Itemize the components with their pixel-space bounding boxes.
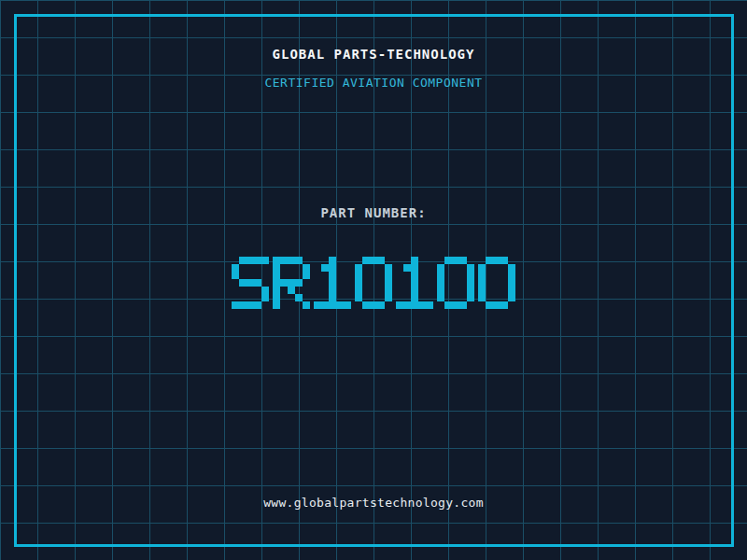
part-number-label: PART NUMBER: [0, 206, 747, 219]
pixel-char [314, 257, 351, 309]
pixel-char [437, 257, 474, 309]
pixel-char [396, 257, 433, 309]
pixel-char [232, 257, 269, 309]
certification-tagline: CERTIFIED AVIATION COMPONENT [0, 77, 747, 89]
part-number-display: SR10100 [0, 250, 747, 309]
company-title: GLOBAL PARTS-TECHNOLOGY [0, 48, 747, 61]
pixel-char [478, 257, 515, 309]
part-number-pixels [230, 250, 517, 309]
website-url: www.globalpartstechnology.com [0, 497, 747, 509]
pixel-char [273, 257, 310, 309]
pixel-char [355, 257, 392, 309]
certificate-page: GLOBAL PARTS-TECHNOLOGY CERTIFIED AVIATI… [0, 0, 747, 560]
